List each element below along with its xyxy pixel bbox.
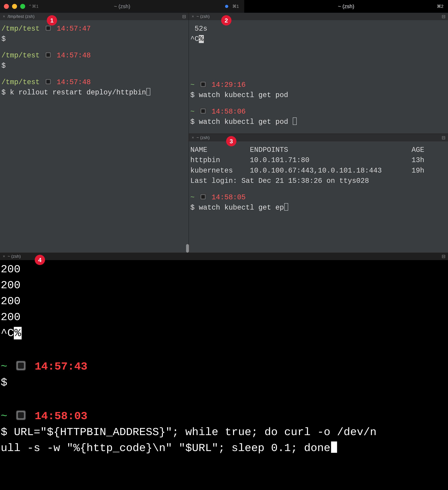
table-row: kubernetes 10.0.100.67:443,10.0.101.18:4… — [190, 166, 448, 176]
close-pane-icon[interactable]: × — [3, 254, 5, 259]
clock-icon — [45, 79, 51, 85]
terminal-pane-1[interactable]: × /tmp/test (zsh) ⊟ 1 /tmp/test 14:57:47… — [0, 13, 189, 253]
cursor-icon — [146, 88, 150, 96]
output-line: 52s — [190, 24, 448, 34]
close-pane-icon[interactable]: × — [192, 14, 194, 19]
terminal-output[interactable]: 52s ^C% ~ 14:29:16 $ watch kubectl get p… — [189, 20, 448, 127]
percent-inverted: % — [14, 327, 21, 339]
percent-inverted: % — [199, 35, 204, 43]
ctrl-c-label: ^C — [1, 327, 14, 339]
ctrl-c-label: ^C — [190, 35, 199, 43]
tab-title: ~ (zsh) — [114, 3, 131, 9]
cursor-icon — [331, 441, 337, 453]
close-pane-icon[interactable]: × — [3, 14, 5, 19]
tab-shortcut-label: ⌘2 — [437, 4, 443, 9]
output-line: 200 — [1, 293, 448, 309]
terminal-output[interactable]: NAME ENDPOINTS AGE httpbin 10.0.101.71:8… — [189, 141, 448, 213]
scrollbar-thumb[interactable] — [186, 244, 189, 253]
command-line-1: $ URL="${HTTPBIN_ADDRESS}"; while true; … — [1, 424, 448, 440]
annotation-badge-4: 4 — [35, 255, 45, 265]
output-line: 200 — [1, 309, 448, 325]
terminal-output[interactable]: 200 200 200 200 ^C% ~ 14:57:43 $ ~ 14:58… — [0, 260, 448, 456]
output-line: 200 — [1, 277, 448, 293]
annotation-badge-2: 2 — [221, 15, 231, 26]
pane-tab-title: ~ (zsh) — [196, 135, 210, 140]
terminal-pane-4[interactable]: × ~ (zsh) ⊟ 4 200 200 200 200 ^C% ~ 14:5… — [0, 253, 448, 490]
pane-menu-icon[interactable]: ⊟ — [182, 14, 186, 19]
annotation-badge-3: 3 — [226, 136, 237, 146]
pane-tab-title: ~ (zsh) — [196, 14, 210, 19]
pane-tab-title: ~ (zsh) — [8, 254, 21, 259]
tab-shortcut-label: ⌘1 — [232, 4, 239, 9]
clock-icon — [200, 108, 206, 114]
annotation-badge-1: 1 — [47, 15, 57, 26]
tab-shortcut-label: ⌃⌘1 — [28, 4, 38, 9]
pane-menu-icon[interactable]: ⊟ — [442, 14, 446, 19]
pane-tab[interactable]: × /tmp/test (zsh) ⊟ — [0, 13, 189, 20]
pane-menu-icon[interactable]: ⊟ — [442, 135, 446, 140]
output-line: 200 — [1, 262, 448, 277]
terminal-pane-2[interactable]: × ~ (zsh) ⊟ 2 52s ^C% ~ 14:29:16 $ watch… — [189, 13, 448, 134]
close-pane-icon[interactable]: × — [192, 135, 194, 140]
activity-indicator-icon — [225, 5, 228, 8]
pane-tab-title: /tmp/test (zsh) — [8, 14, 35, 19]
clock-icon — [45, 25, 51, 31]
clock-icon — [16, 410, 26, 420]
clock-icon — [16, 361, 26, 371]
clock-icon — [200, 81, 206, 88]
last-login-line: Last login: Sat Dec 21 15:38:26 on ttys0… — [190, 176, 448, 186]
window-titlebar: ⌃⌘1 ~ (zsh) ⌘1 ~ (zsh) ⌘2 — [0, 0, 448, 13]
command-line-2: ull -s -w "%{http_code}\n" "$URL"; sleep… — [1, 442, 330, 455]
terminal-pane-3[interactable]: × ~ (zsh) ⊟ 3 NAME ENDPOINTS AGE httpbin… — [189, 134, 448, 253]
clock-icon — [45, 52, 51, 58]
clock-icon — [200, 194, 206, 200]
cursor-icon — [293, 117, 297, 125]
cursor-icon — [284, 203, 288, 211]
window-tab-2[interactable]: ~ (zsh) ⌘2 — [244, 0, 448, 13]
tab-title: ~ (zsh) — [338, 3, 354, 9]
table-row: httpbin 10.0.101.71:80 13h — [190, 155, 448, 166]
window-tab-1[interactable]: ⌃⌘1 ~ (zsh) ⌘1 — [0, 0, 244, 13]
table-header: NAME ENDPOINTS AGE — [190, 145, 448, 155]
terminal-output[interactable]: /tmp/test 14:57:47 $ /tmp/test 14:57:48 … — [0, 20, 189, 98]
pane-tab[interactable]: × ~ (zsh) ⊟ — [0, 253, 448, 260]
pane-menu-icon[interactable]: ⊟ — [442, 254, 446, 259]
